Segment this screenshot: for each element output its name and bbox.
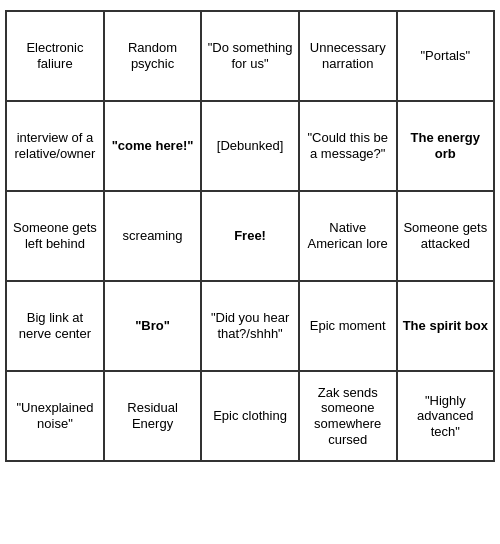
cell-2-0: Someone gets left behind bbox=[6, 191, 104, 281]
cell-0-4: "Portals" bbox=[397, 11, 494, 101]
cell-2-4: Someone gets attacked bbox=[397, 191, 494, 281]
bingo-grid: Electronic faliureRandom psychic"Do some… bbox=[5, 10, 495, 462]
cell-3-1: "Bro" bbox=[104, 281, 201, 371]
cell-3-3: Epic moment bbox=[299, 281, 397, 371]
cell-2-1: screaming bbox=[104, 191, 201, 281]
cell-1-3: "Could this be a message?" bbox=[299, 101, 397, 191]
cell-1-0: interview of a relative/owner bbox=[6, 101, 104, 191]
cell-2-2: Free! bbox=[201, 191, 299, 281]
cell-0-3: Unnecessary narration bbox=[299, 11, 397, 101]
cell-3-0: Big link at nerve center bbox=[6, 281, 104, 371]
cell-2-3: Native American lore bbox=[299, 191, 397, 281]
cell-4-3: Zak sends someone somewhere cursed bbox=[299, 371, 397, 461]
cell-4-1: Residual Energy bbox=[104, 371, 201, 461]
cell-1-2: [Debunked] bbox=[201, 101, 299, 191]
cell-1-1: "come here!" bbox=[104, 101, 201, 191]
bingo-title bbox=[0, 0, 500, 10]
cell-0-0: Electronic faliure bbox=[6, 11, 104, 101]
cell-4-2: Epic clothing bbox=[201, 371, 299, 461]
cell-3-4: The spirit box bbox=[397, 281, 494, 371]
cell-0-2: "Do something for us" bbox=[201, 11, 299, 101]
cell-4-0: "Unexplained noise" bbox=[6, 371, 104, 461]
cell-3-2: "Did you hear that?/shhh" bbox=[201, 281, 299, 371]
cell-4-4: "Highly advanced tech" bbox=[397, 371, 494, 461]
cell-0-1: Random psychic bbox=[104, 11, 201, 101]
cell-1-4: The energy orb bbox=[397, 101, 494, 191]
